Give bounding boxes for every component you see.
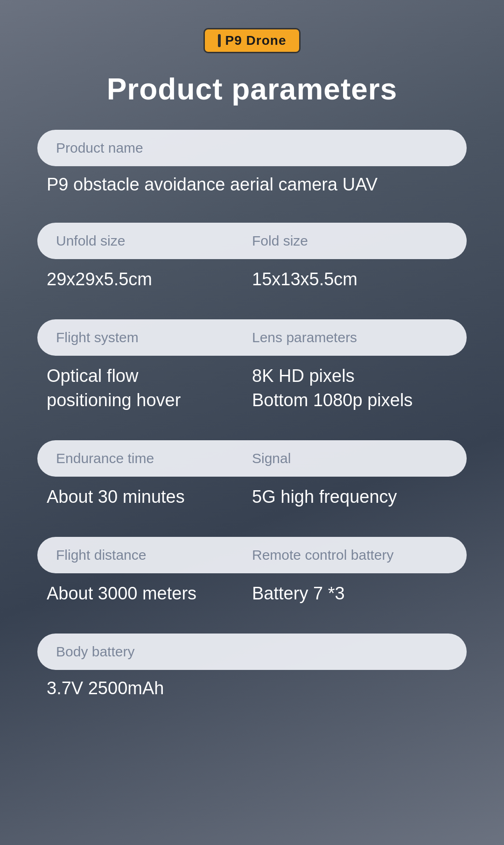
- param-header-size: Unfold size Fold size: [37, 223, 467, 259]
- params-container: Product nameP9 obstacle avoidance aerial…: [37, 130, 467, 712]
- page-title: Product parameters: [107, 72, 398, 106]
- section-gap-4: [37, 523, 467, 537]
- param-value-left-flight-battery: About 3000 meters: [47, 582, 252, 606]
- section-gap-3: [37, 426, 467, 440]
- param-values-flight-lens: Optical flow positioning hover8K HD pixe…: [37, 364, 467, 422]
- param-label-right-endurance-signal: Signal: [252, 451, 448, 466]
- param-row-body-battery: Body battery3.7V 2500mAh: [37, 634, 467, 708]
- param-label-left-size: Unfold size: [56, 233, 252, 249]
- param-row-flight-lens: Flight system Lens parameters Optical fl…: [37, 319, 467, 422]
- param-label-left-flight-lens: Flight system: [56, 330, 252, 345]
- param-header-body-battery: Body battery: [37, 634, 467, 670]
- badge: P9 Drone: [203, 28, 301, 53]
- section-gap-2: [37, 305, 467, 319]
- param-row-flight-battery: Flight distance Remote control battery A…: [37, 537, 467, 615]
- param-value-right-endurance-signal: 5G high frequency: [252, 485, 457, 509]
- param-values-flight-battery: About 3000 metersBattery 7 *3: [37, 582, 467, 615]
- param-value-left-size: 29x29x5.5cm: [47, 268, 252, 291]
- param-label-right-flight-battery: Remote control battery: [252, 547, 448, 563]
- param-header-product-name: Product name: [37, 130, 467, 166]
- param-label-product-name: Product name: [56, 140, 143, 155]
- param-label-left-endurance-signal: Endurance time: [56, 451, 252, 466]
- param-value-left-endurance-signal: About 30 minutes: [47, 485, 252, 509]
- param-label-right-size: Fold size: [252, 233, 448, 249]
- param-header-endurance-signal: Endurance time Signal: [37, 440, 467, 477]
- param-row-product-name: Product nameP9 obstacle avoidance aerial…: [37, 130, 467, 204]
- param-header-flight-lens: Flight system Lens parameters: [37, 319, 467, 356]
- param-label-left-flight-battery: Flight distance: [56, 547, 252, 563]
- param-row-size: Unfold size Fold size 29x29x5.5cm15x13x5…: [37, 223, 467, 301]
- param-label-body-battery: Body battery: [56, 644, 134, 659]
- param-header-flight-battery: Flight distance Remote control battery: [37, 537, 467, 573]
- param-value-left-flight-lens: Optical flow positioning hover: [47, 364, 252, 412]
- section-gap-5: [37, 620, 467, 634]
- param-values-endurance-signal: About 30 minutes5G high frequency: [37, 485, 467, 518]
- param-value-body-battery: 3.7V 2500mAh: [37, 678, 467, 708]
- badge-bar: [218, 34, 221, 47]
- badge-text: P9 Drone: [225, 33, 287, 48]
- param-values-size: 29x29x5.5cm15x13x5.5cm: [37, 268, 467, 301]
- param-value-right-size: 15x13x5.5cm: [252, 268, 457, 291]
- section-gap-1: [37, 209, 467, 223]
- param-label-right-flight-lens: Lens parameters: [252, 330, 448, 345]
- param-value-product-name: P9 obstacle avoidance aerial camera UAV: [37, 175, 467, 204]
- param-value-right-flight-lens: 8K HD pixels Bottom 1080p pixels: [252, 364, 457, 412]
- param-value-right-flight-battery: Battery 7 *3: [252, 582, 457, 606]
- param-row-endurance-signal: Endurance time Signal About 30 minutes5G…: [37, 440, 467, 518]
